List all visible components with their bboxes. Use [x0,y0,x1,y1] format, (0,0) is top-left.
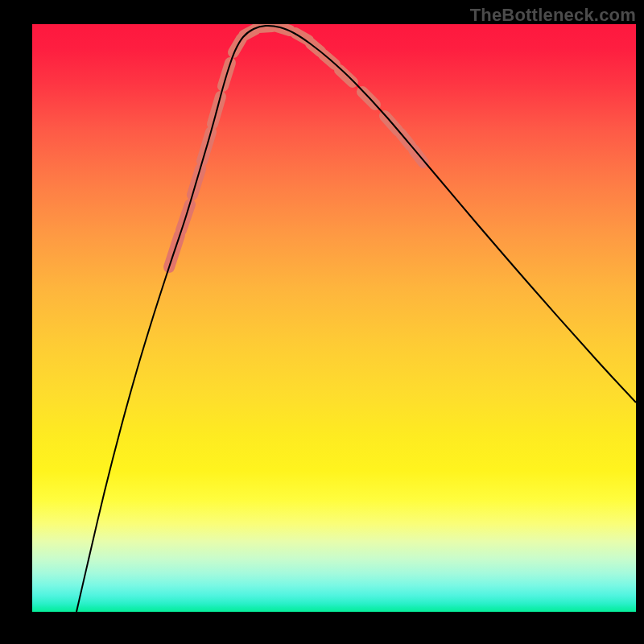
bottleneck-curve [76,26,636,612]
highlight-dash [340,70,353,82]
watermark-text: TheBottleneck.com [470,5,636,26]
chart-frame: TheBottleneck.com [0,0,644,644]
curve-svg [32,24,636,612]
plot-area [32,24,636,612]
